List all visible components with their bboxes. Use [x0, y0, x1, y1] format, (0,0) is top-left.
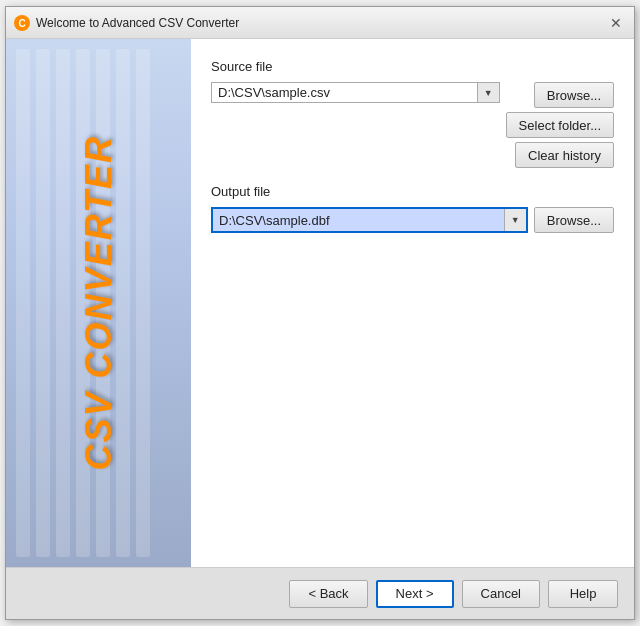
- output-file-combo[interactable]: ▼: [211, 207, 528, 233]
- main-content: Source file ▼ Browse... Select folder...…: [191, 39, 634, 567]
- title-bar-left: C Welcome to Advanced CSV Converter: [14, 15, 239, 31]
- next-button[interactable]: Next >: [376, 580, 454, 608]
- clear-history-button[interactable]: Clear history: [515, 142, 614, 168]
- footer: < Back Next > Cancel Help: [6, 567, 634, 619]
- window-body: CSV CONVERTER Source file ▼: [6, 39, 634, 567]
- browse-output-button[interactable]: Browse...: [534, 207, 614, 233]
- select-folder-button[interactable]: Select folder...: [506, 112, 614, 138]
- svg-text:C: C: [18, 18, 25, 29]
- output-file-group: Output file ▼ Browse...: [211, 184, 614, 233]
- browse-source-button[interactable]: Browse...: [534, 82, 614, 108]
- sidebar-label: CSV CONVERTER: [78, 135, 120, 470]
- form-section: Source file ▼ Browse... Select folder...…: [211, 59, 614, 233]
- app-icon: C: [14, 15, 30, 31]
- help-button[interactable]: Help: [548, 580, 618, 608]
- close-button[interactable]: ✕: [606, 13, 626, 33]
- source-dropdown-button[interactable]: ▼: [477, 83, 499, 102]
- source-file-group: Source file ▼ Browse... Select folder...…: [211, 59, 614, 168]
- source-right-buttons: Browse... Select folder... Clear history: [506, 82, 614, 168]
- title-bar: C Welcome to Advanced CSV Converter ✕: [6, 7, 634, 39]
- main-window: C Welcome to Advanced CSV Converter ✕ CS…: [5, 6, 635, 620]
- sidebar: CSV CONVERTER: [6, 39, 191, 567]
- cancel-button[interactable]: Cancel: [462, 580, 540, 608]
- stripe-7: [136, 49, 150, 557]
- output-file-input[interactable]: [213, 209, 504, 231]
- output-dropdown-button[interactable]: ▼: [504, 209, 526, 231]
- source-file-combo[interactable]: ▼: [211, 82, 500, 103]
- stripe-1: [16, 49, 30, 557]
- source-file-label: Source file: [211, 59, 614, 74]
- stripe-2: [36, 49, 50, 557]
- output-file-label: Output file: [211, 184, 614, 199]
- back-button[interactable]: < Back: [289, 580, 367, 608]
- source-file-input[interactable]: [212, 83, 477, 102]
- stripe-3: [56, 49, 70, 557]
- window-title: Welcome to Advanced CSV Converter: [36, 16, 239, 30]
